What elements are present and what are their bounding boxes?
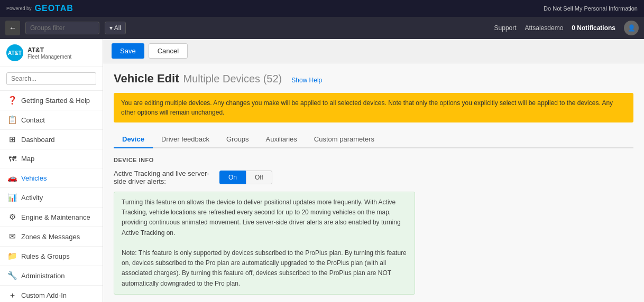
att-logo: AT&T: [6, 44, 23, 61]
engine-icon: ⚙: [7, 212, 17, 222]
user-avatar[interactable]: 👤: [624, 21, 639, 35]
tab-custom-parameters[interactable]: Custom parameters: [306, 131, 383, 148]
sidebar-brand-text: AT&T: [27, 46, 71, 54]
contact-icon: 📋: [7, 115, 17, 125]
sidebar-item-map[interactable]: 🗺 Map: [0, 149, 103, 168]
info-box: Turning this feature on allows the devic…: [114, 192, 415, 295]
support-link[interactable]: Support: [494, 24, 517, 32]
sidebar-item-label: Custom Add-In: [21, 291, 67, 299]
sidebar-item-label: Zones & Messages: [21, 233, 80, 241]
sidebar-item-label: Contact: [21, 116, 45, 124]
admin-icon: 🔧: [7, 271, 17, 280]
powered-by-text: Powered by: [6, 6, 32, 11]
info-text-1: Turning this feature on allows the devic…: [122, 197, 407, 238]
sidebar-item-custom-add-in[interactable]: ＋ Custom Add-In: [0, 286, 103, 302]
notifications-badge[interactable]: 0 Notifications: [572, 24, 615, 32]
cancel-button[interactable]: Cancel: [149, 43, 188, 59]
save-button[interactable]: Save: [112, 43, 144, 59]
sidebar-item-label: Activity: [21, 194, 43, 202]
show-help-link[interactable]: Show Help: [291, 77, 322, 84]
do-not-sell[interactable]: Do Not Sell My Personal Information: [544, 5, 638, 12]
groups-filter-input[interactable]: [25, 22, 99, 34]
info-text-2: Note: This feature is only supported by …: [122, 248, 407, 289]
back-button[interactable]: ←: [5, 21, 20, 35]
sidebar-item-getting-started[interactable]: ❓ Getting Started & Help: [0, 91, 103, 110]
sidebar-search-input[interactable]: [6, 72, 96, 85]
sidebar-item-label: Vehicles: [21, 174, 47, 182]
tab-groups[interactable]: Groups: [218, 131, 257, 148]
top-bar: Powered by GEOTAB Do Not Sell My Persona…: [0, 0, 644, 17]
sidebar: AT&T AT&T Fleet Management ❓ Getting Sta…: [0, 39, 103, 302]
toggle-group: On Off: [219, 171, 272, 184]
rules-icon: 📁: [7, 251, 17, 261]
device-info-header: DEVICE INFO: [114, 157, 633, 163]
page-title-sub: Multiple Devices (52): [183, 73, 282, 85]
sidebar-item-administration[interactable]: 🔧 Administration: [0, 266, 103, 286]
sidebar-item-rules-groups[interactable]: 📁 Rules & Groups: [0, 247, 103, 266]
page-content: Vehicle Edit Multiple Devices (52) Show …: [103, 63, 644, 302]
toggle-off-button[interactable]: Off: [246, 171, 272, 184]
tab-driver-feedback[interactable]: Driver feedback: [153, 131, 218, 148]
main-content: Save Cancel Vehicle Edit Multiple Device…: [103, 39, 644, 302]
tab-auxiliaries[interactable]: Auxiliaries: [257, 131, 306, 148]
brand-name: GEOTAB: [35, 4, 73, 13]
sidebar-item-activity[interactable]: 📊 Activity: [0, 188, 103, 207]
toolbar: Save Cancel: [103, 39, 644, 63]
sidebar-item-label: Engine & Maintenance: [21, 213, 90, 221]
page-title-main: Vehicle Edit: [114, 72, 179, 86]
sidebar-item-zones-messages[interactable]: ✉ Zones & Messages: [0, 227, 103, 247]
vehicles-icon: 🚗: [7, 173, 17, 183]
sidebar-search-area: [0, 67, 103, 91]
groups-filter-dropdown[interactable]: ▾ All: [105, 22, 126, 34]
sidebar-item-label: Getting Started & Help: [21, 97, 90, 105]
activity-icon: 📊: [7, 193, 17, 202]
custom-icon: ＋: [7, 290, 17, 300]
sidebar-item-contact[interactable]: 📋 Contact: [0, 110, 103, 130]
sidebar-item-label: Administration: [21, 272, 65, 280]
tabs: Device Driver feedback Groups Auxiliarie…: [114, 131, 633, 148]
logo-area: Powered by GEOTAB: [6, 4, 73, 13]
sidebar-item-engine-maintenance[interactable]: ⚙ Engine & Maintenance: [0, 207, 103, 227]
page-title-area: Vehicle Edit Multiple Devices (52) Show …: [114, 72, 633, 86]
map-icon: 🗺: [7, 154, 17, 163]
dashboard-icon: ⊞: [7, 135, 17, 144]
sidebar-nav: ❓ Getting Started & Help 📋 Contact ⊞ Das…: [0, 91, 103, 302]
active-tracking-label: Active Tracking and live server-side dri…: [114, 169, 219, 185]
sidebar-item-vehicles[interactable]: 🚗 Vehicles: [0, 168, 103, 188]
sidebar-item-label: Map: [21, 155, 34, 163]
active-tracking-row: Active Tracking and live server-side dri…: [114, 169, 633, 185]
nav-bar-right: Support Attsalesdemo 0 Notifications 👤: [494, 21, 639, 35]
sidebar-item-label: Rules & Groups: [21, 252, 70, 260]
sidebar-brand-sub: Fleet Management: [27, 54, 71, 60]
getting-started-icon: ❓: [7, 96, 17, 105]
nav-bar: ← ▾ All Support Attsalesdemo 0 Notificat…: [0, 17, 644, 39]
toggle-on-button[interactable]: On: [219, 171, 246, 184]
username-link[interactable]: Attsalesdemo: [525, 24, 564, 32]
app-layout: AT&T AT&T Fleet Management ❓ Getting Sta…: [0, 39, 644, 302]
sidebar-item-label: Dashboard: [21, 136, 55, 144]
alert-banner: You are editing multiple devices. Any ch…: [114, 93, 633, 122]
tab-device[interactable]: Device: [114, 131, 153, 148]
zones-icon: ✉: [7, 232, 17, 241]
sidebar-brand: AT&T AT&T Fleet Management: [0, 39, 103, 67]
sidebar-item-dashboard[interactable]: ⊞ Dashboard: [0, 130, 103, 149]
